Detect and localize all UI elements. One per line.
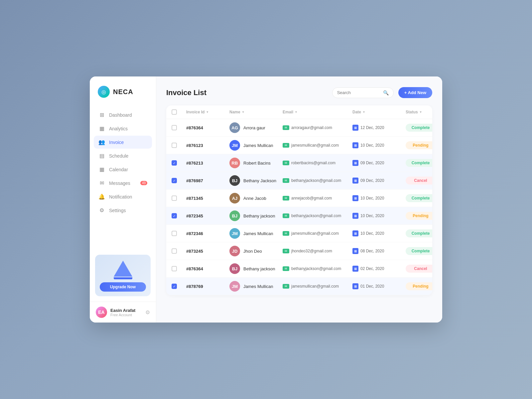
upgrade-button[interactable]: Upgrade Now xyxy=(100,282,146,292)
row-email-1: ✉ jamesmullican@gmail.com xyxy=(283,143,352,148)
main-content: Invoice List 🔍 + Add New Invoice Id ▼ xyxy=(156,76,442,323)
row-email-2: ✉ robertbacins@gmail.com xyxy=(283,161,352,165)
sidebar-label-invoice: Invoice xyxy=(109,140,124,145)
search-input[interactable] xyxy=(337,90,380,95)
row-id-5: #872345 xyxy=(186,213,229,218)
status-badge: Complete xyxy=(406,194,432,202)
calendar-icon: ▦ xyxy=(352,178,358,184)
sidebar-label-dashboard: Dashboard xyxy=(109,112,132,118)
avatar: AG xyxy=(229,122,240,133)
messages-icon: ✉ xyxy=(98,180,105,186)
settings-icon[interactable]: ⚙ xyxy=(145,309,150,316)
sidebar-item-settings[interactable]: ⚙ Settings xyxy=(94,204,152,217)
row-name-4: AJ Anne Jacob xyxy=(229,193,283,203)
user-plan: Free Account xyxy=(110,313,142,317)
settings-icon: ⚙ xyxy=(98,207,105,213)
header-checkbox[interactable] xyxy=(172,109,177,115)
search-box: 🔍 xyxy=(332,87,394,98)
notification-icon: 🔔 xyxy=(98,194,105,200)
table-row: #873245 JD Jhon Deo ✉ jhondeo32@gmail.co… xyxy=(166,242,432,260)
avatar: BJ xyxy=(229,263,240,274)
sidebar-item-notification[interactable]: 🔔 Notification xyxy=(94,190,152,203)
sidebar-label-settings: Settings xyxy=(109,208,126,213)
row-date-5: ▦ 10 Dec, 2020 xyxy=(352,213,406,219)
email-icon: ✉ xyxy=(283,178,289,183)
logo-icon: ◎ xyxy=(98,86,110,98)
row-id-1: #876123 xyxy=(186,143,229,148)
avatar: JM xyxy=(229,228,240,239)
row-status-5: Pending xyxy=(406,212,432,220)
row-checkbox-4[interactable] xyxy=(172,196,186,201)
calendar-icon: ▦ xyxy=(352,142,358,148)
row-id-2: #876213 xyxy=(186,161,229,166)
sidebar-item-dashboard[interactable]: ⊞ Dashboard xyxy=(94,108,152,121)
email-icon: ✉ xyxy=(283,249,289,253)
avatar: RB xyxy=(229,158,240,168)
row-checkbox-9[interactable]: ✓ xyxy=(172,284,186,289)
row-checkbox-7[interactable] xyxy=(172,248,186,254)
table-row: #871345 AJ Anne Jacob ✉ annejacob@gmail.… xyxy=(166,190,432,207)
schedule-icon: ▤ xyxy=(98,153,105,159)
th-invoice-id: Invoice Id ▼ xyxy=(186,110,229,114)
analytics-icon: ▦ xyxy=(98,125,105,132)
sidebar-item-invoice[interactable]: 👥 Invoice xyxy=(94,136,152,149)
email-icon: ✉ xyxy=(283,266,289,271)
row-date-4: ▦ 10 Dec, 2020 xyxy=(352,195,406,201)
sidebar-upgrade: Upgrade Now xyxy=(95,255,151,296)
sidebar-item-messages[interactable]: ✉ Messages 49 xyxy=(94,177,152,190)
row-email-7: ✉ jhondeo32@gmail.com xyxy=(283,249,352,253)
table-body: #876364 AG Arrora gaur ✉ arroragaur@gmai… xyxy=(166,119,432,295)
row-status-8: Cancel xyxy=(406,265,432,273)
status-badge: Complete xyxy=(406,124,432,132)
user-info: Easin Arafat Free Account xyxy=(110,308,142,317)
sidebar: ◎ NECA ⊞ Dashboard ▦ Analytics 👥 Invoice… xyxy=(90,76,156,323)
th-date: Date ▼ xyxy=(352,110,406,114)
row-checkbox-0[interactable] xyxy=(172,125,186,130)
th-status: Status ▼ xyxy=(406,110,432,114)
row-status-1: Pending xyxy=(406,141,432,149)
sidebar-label-analytics: Analytics xyxy=(109,126,128,131)
row-name-1: JM James Mullican xyxy=(229,140,283,151)
row-checkbox-6[interactable] xyxy=(172,231,186,236)
row-status-2: Complete xyxy=(406,159,432,167)
row-email-6: ✉ jamesmullican@gmail.com xyxy=(283,231,352,236)
invoice-table: Invoice Id ▼ Name ▼ Email ▼ Date ▼ Statu… xyxy=(166,105,432,295)
row-status-6: Complete xyxy=(406,229,432,237)
add-new-button[interactable]: + Add New xyxy=(398,87,432,98)
status-badge: Complete xyxy=(406,247,432,255)
sidebar-item-analytics[interactable]: ▦ Analytics xyxy=(94,122,152,135)
calendar-icon: ▦ xyxy=(352,160,358,166)
calendar-icon: ▦ xyxy=(352,248,358,254)
th-checkbox xyxy=(172,109,186,115)
row-id-8: #876364 xyxy=(186,266,229,271)
avatar: JD xyxy=(229,246,240,256)
row-name-8: BJ Bethany jackson xyxy=(229,263,283,274)
sidebar-item-calendar[interactable]: ▦ Calendar xyxy=(94,163,152,176)
status-badge: Pending xyxy=(406,141,432,149)
row-date-6: ▦ 10 Dec, 2020 xyxy=(352,230,406,236)
upgrade-illustration xyxy=(113,261,133,279)
table-row: #872346 JM James Mullican ✉ jamesmullica… xyxy=(166,225,432,242)
row-checkbox-3[interactable]: ✓ xyxy=(172,178,186,183)
row-checkbox-2[interactable]: ✓ xyxy=(172,160,186,166)
row-id-9: #878769 xyxy=(186,284,229,289)
row-checkbox-8[interactable] xyxy=(172,266,186,271)
row-date-8: ▦ 02 Dec, 2020 xyxy=(352,266,406,272)
row-id-0: #876364 xyxy=(186,125,229,130)
row-status-4: Complete xyxy=(406,194,432,202)
th-name: Name ▼ xyxy=(229,110,283,114)
row-checkbox-1[interactable] xyxy=(172,143,186,148)
avatar: EA xyxy=(96,307,107,318)
row-name-7: JD Jhon Deo xyxy=(229,246,283,256)
sidebar-item-schedule[interactable]: ▤ Schedule xyxy=(94,149,152,162)
email-icon: ✉ xyxy=(283,161,289,165)
sidebar-logo: ◎ NECA xyxy=(90,86,156,108)
page-title: Invoice List xyxy=(166,88,206,97)
row-status-9: Pending xyxy=(406,282,432,290)
main-header: Invoice List 🔍 + Add New xyxy=(166,87,432,98)
badge-messages: 49 xyxy=(140,181,147,185)
row-id-4: #871345 xyxy=(186,196,229,201)
status-badge: Pending xyxy=(406,282,432,290)
row-checkbox-5[interactable]: ✓ xyxy=(172,213,186,218)
calendar-icon: ▦ xyxy=(352,283,358,289)
